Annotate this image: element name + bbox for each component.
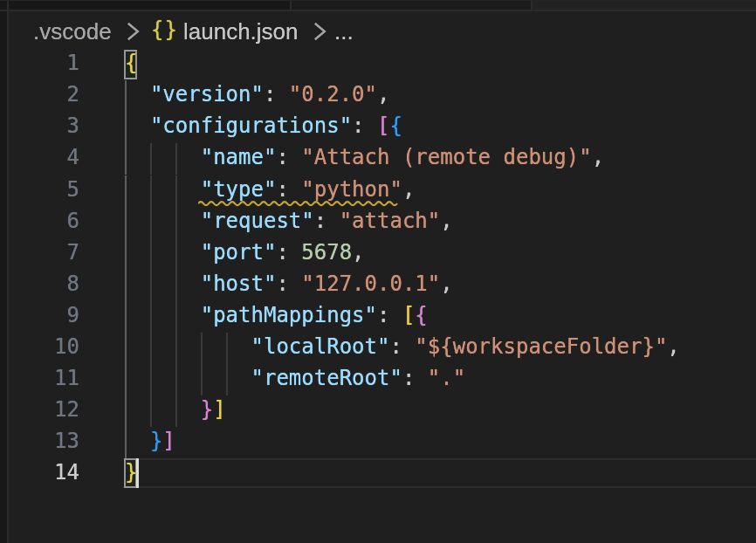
line-number: 6 [9,205,79,237]
line-number: 3 [9,110,79,141]
line-number: 1 [9,47,79,79]
code-line-13[interactable]: 13 }] [9,427,756,458]
code-line-text: "name": "Attach (remote debug)", [125,141,604,173]
text-cursor [136,458,140,488]
code-line-7[interactable]: 7 "port": 5678, [9,238,756,270]
line-number: 8 [9,268,79,299]
code-line-text: "host": "127.0.0.1", [125,268,453,299]
code-line-text: "version": "0.2.0", [125,79,389,110]
code-editor[interactable]: 1{2 "version": "0.2.0",3 "configurations… [9,11,756,543]
code-line-text: "configurations": [{ [125,110,402,141]
line-number: 14 [9,457,79,488]
line-number: 11 [9,362,79,394]
code-line-11[interactable]: 11 "remoteRoot": "." [9,364,756,395]
tab-segment-2[interactable] [292,0,531,10]
code-line-text: "localRoot": "${workspaceFolder}", [125,331,680,362]
code-line-text: }] [125,425,175,457]
code-line-10[interactable]: 10 "localRoot": "${workspaceFolder}", [9,333,756,364]
line-number: 10 [9,331,79,362]
line-number: 4 [9,141,79,173]
code-line-text: }] [125,394,226,425]
code-line-2[interactable]: 2 "version": "0.2.0", [9,80,756,112]
tab-separator-1 [290,0,292,10]
line-number: 2 [9,79,79,110]
code-line-4[interactable]: 4 "name": "Attach (remote debug)", [9,143,756,175]
code-line-text: "pathMappings": [{ [125,299,428,331]
vscode-window: .vscode {} launch.json ... 1{2 "version"… [0,0,756,543]
code-line-text: "remoteRoot": "." [125,362,465,394]
line-number: 5 [9,174,79,205]
warning-squiggle [198,198,402,207]
line-number: 12 [9,394,79,425]
code-line-6[interactable]: 6 "request": "attach", [9,207,756,238]
window-top-edge [0,0,756,1]
code-line-1[interactable]: 1{ [9,49,756,80]
code-line-text: "port": 5678, [125,237,365,268]
tab-segment-3[interactable] [533,0,756,10]
sidebar-edge [0,0,7,543]
line-number: 9 [9,299,79,331]
code-line-14[interactable]: 14} [9,458,756,490]
tab-separator-2 [531,0,533,10]
line-number: 13 [9,425,79,457]
line-number: 7 [9,237,79,268]
code-line-3[interactable]: 3 "configurations": [{ [9,112,756,143]
code-line-8[interactable]: 8 "host": "127.0.0.1", [9,270,756,301]
tab-bar[interactable] [9,0,756,10]
code-line-text: { [125,47,137,79]
code-line-9[interactable]: 9 "pathMappings": [{ [9,301,756,333]
code-line-text: "request": "attach", [125,205,453,237]
code-line-12[interactable]: 12 }] [9,395,756,427]
